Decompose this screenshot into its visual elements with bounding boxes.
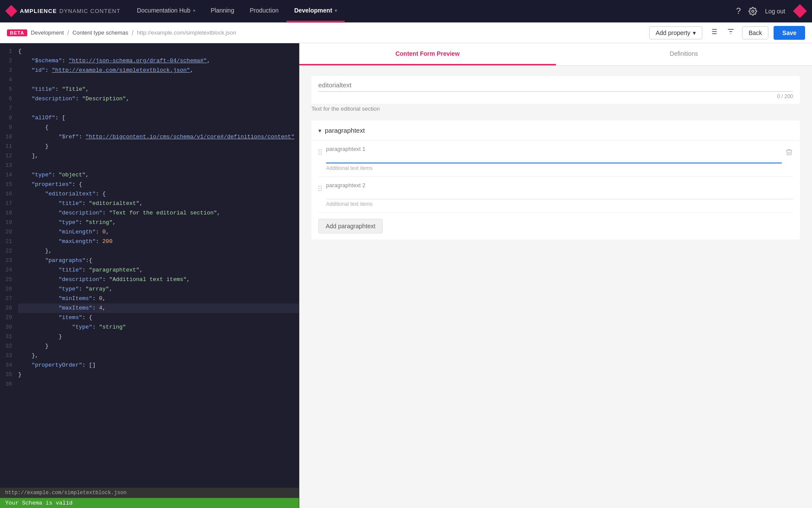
breadcrumb-sep-2: / bbox=[132, 29, 133, 36]
drag-handle-2[interactable] bbox=[318, 182, 322, 191]
settings-filter-button[interactable] bbox=[725, 26, 737, 40]
nav-tab-production[interactable]: Production bbox=[242, 0, 286, 22]
right-panel: Content Form Preview Definitions 0 / 200… bbox=[299, 43, 812, 508]
delete-paragraph-item-1-button[interactable] bbox=[785, 148, 793, 158]
code-editor-panel: 12345 678910 1112131415 1617181920 21222… bbox=[0, 43, 299, 508]
help-button[interactable]: ? bbox=[736, 6, 741, 16]
breadcrumb-sep-1: / bbox=[67, 29, 69, 36]
nav-tab-documentation-hub[interactable]: Documentation Hub ▾ bbox=[129, 0, 203, 22]
amplience-logo-corner-icon bbox=[793, 4, 807, 18]
paragraph-item-2-label: paragraphtext 2 bbox=[326, 182, 793, 189]
paragraph-item-2-hint: Additional text items bbox=[326, 201, 793, 207]
status-url: http://example.com/simpletextblock.json bbox=[0, 488, 299, 498]
tab-content-form-preview-label: Content Form Preview bbox=[395, 50, 460, 57]
logout-button[interactable]: Log out bbox=[765, 8, 785, 15]
paragraph-item-2: paragraphtext 2 Additional text items bbox=[318, 177, 793, 213]
top-navigation: AMPLIENCE DYNAMIC CONTENT Documentation … bbox=[0, 0, 812, 22]
filter-icon bbox=[726, 27, 735, 36]
breadcrumb-bar: BETA Development / Content type schemas … bbox=[0, 22, 812, 43]
editorial-text-input[interactable] bbox=[318, 81, 793, 92]
collapse-icon: ▾ bbox=[318, 127, 321, 134]
drag-handle-1[interactable] bbox=[318, 146, 322, 155]
add-paragraphtext-button[interactable]: Add paragraphtext bbox=[318, 219, 383, 233]
nav-tab-documentation-hub-label: Documentation Hub bbox=[137, 7, 190, 14]
form-preview-area: 0 / 200 Text for the editorial section ▾… bbox=[299, 66, 812, 508]
nav-tab-planning-label: Planning bbox=[211, 7, 235, 14]
add-property-label: Add property bbox=[656, 29, 690, 36]
editorial-field-container: 0 / 200 bbox=[311, 76, 800, 104]
status-bar: http://example.com/simpletextblock.json … bbox=[0, 488, 299, 508]
settings-button[interactable] bbox=[749, 7, 757, 16]
nav-tab-development-label: Development bbox=[294, 7, 332, 14]
paragraph-header[interactable]: ▾ paragraphtext bbox=[311, 121, 800, 141]
gear-icon bbox=[749, 7, 757, 16]
paragraph-item-1-input[interactable] bbox=[326, 154, 782, 163]
paragraph-item-1-hint: Additional text items bbox=[326, 165, 782, 171]
view-list-button[interactable] bbox=[707, 26, 720, 40]
paragraph-item-2-content: paragraphtext 2 Additional text items bbox=[326, 182, 793, 207]
code-area: 12345 678910 1112131415 1617181920 21222… bbox=[0, 43, 299, 488]
brand-amplience-text: AMPLIENCE bbox=[20, 8, 57, 14]
paragraph-section-title: paragraphtext bbox=[325, 127, 365, 134]
brand-logo-area: AMPLIENCE DYNAMIC CONTENT bbox=[5, 5, 121, 17]
main-layout: 12345 678910 1112131415 1617181920 21222… bbox=[0, 43, 812, 508]
paragraph-items-list: paragraphtext 1 Additional text items bbox=[311, 141, 800, 213]
editorial-field-group: 0 / 200 Text for the editorial section bbox=[311, 76, 800, 112]
line-numbers: 12345 678910 1112131415 1617181920 21222… bbox=[0, 43, 16, 488]
tab-content-form-preview[interactable]: Content Form Preview bbox=[299, 43, 556, 65]
nav-right-actions: ? Log out bbox=[736, 4, 807, 18]
list-icon bbox=[709, 27, 718, 36]
breadcrumb-development[interactable]: Development bbox=[31, 29, 64, 36]
amplience-logo-icon bbox=[5, 5, 17, 17]
paragraph-item-1-label: paragraphtext 1 bbox=[326, 146, 782, 152]
panel-tabs: Content Form Preview Definitions bbox=[299, 43, 812, 66]
nav-tab-development-chevron-icon: ▾ bbox=[335, 8, 337, 13]
editor-content[interactable]: 12345 678910 1112131415 1617181920 21222… bbox=[0, 43, 299, 488]
nav-tabs-container: Documentation Hub ▾ Planning Production … bbox=[129, 0, 736, 22]
toolbar-actions: Add property ▾ Back Save bbox=[649, 26, 805, 40]
status-valid-message: Your Schema is valid bbox=[0, 498, 299, 508]
trash-icon bbox=[785, 148, 793, 156]
breadcrumb-content-type-schemas[interactable]: Content type schemas bbox=[73, 29, 128, 36]
paragraph-item-1-content: paragraphtext 1 Additional text items bbox=[326, 146, 782, 171]
tab-definitions-label: Definitions bbox=[670, 50, 698, 57]
tab-definitions[interactable]: Definitions bbox=[556, 43, 812, 65]
beta-badge: BETA bbox=[7, 29, 27, 36]
nav-tab-documentation-hub-chevron-icon: ▾ bbox=[193, 8, 195, 13]
breadcrumb-schema-url: http://example.com/simpletextblock.json bbox=[137, 29, 236, 36]
add-property-button[interactable]: Add property ▾ bbox=[649, 26, 702, 39]
brand-dc-text: DYNAMIC CONTENT bbox=[60, 8, 121, 14]
save-button[interactable]: Save bbox=[774, 26, 805, 40]
paragraph-item-2-input[interactable] bbox=[326, 190, 793, 199]
paragraph-section: ▾ paragraphtext paragraphtext 1 bbox=[311, 121, 800, 240]
editorial-field-description: Text for the editorial section bbox=[311, 105, 800, 112]
nav-tab-development[interactable]: Development ▾ bbox=[286, 0, 345, 22]
nav-tab-production-label: Production bbox=[250, 7, 279, 14]
nav-tab-planning[interactable]: Planning bbox=[203, 0, 242, 22]
paragraph-item-1-actions bbox=[785, 146, 793, 158]
svg-point-0 bbox=[752, 10, 754, 12]
add-property-chevron-icon: ▾ bbox=[693, 29, 696, 36]
paragraph-item-1: paragraphtext 1 Additional text items bbox=[318, 141, 793, 177]
char-count: 0 / 200 bbox=[318, 92, 793, 99]
back-button[interactable]: Back bbox=[742, 26, 768, 39]
code-content[interactable]: { "$schema": "http://json-schema.org/dra… bbox=[16, 43, 299, 488]
